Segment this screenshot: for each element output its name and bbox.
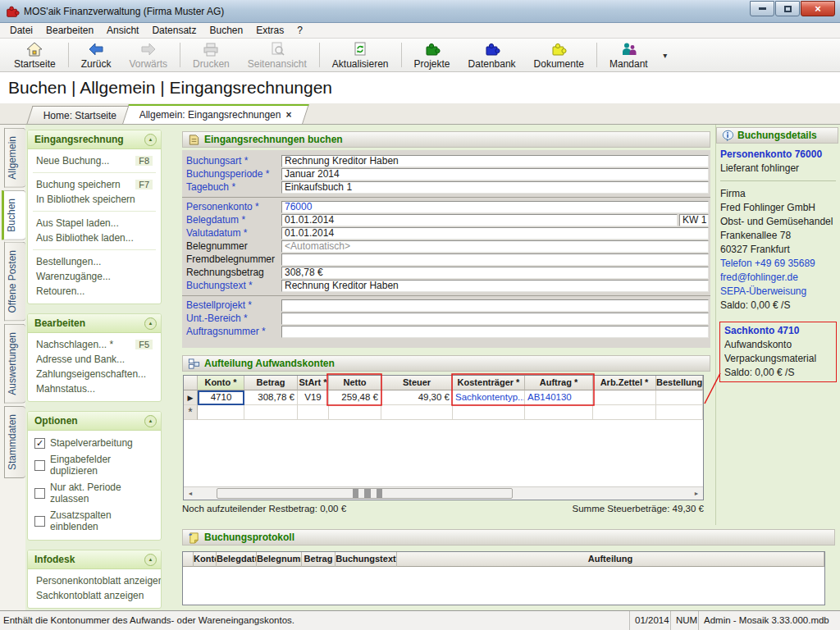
mandant-dropdown-button[interactable]: ▾: [657, 40, 673, 70]
checkbox-nur-akt-periode[interactable]: ✓ Nur akt. Periode zulassen: [28, 479, 161, 507]
cell-kostentraeger[interactable]: Sachkontentyp...: [453, 390, 525, 405]
startseite-button[interactable]: Startseite: [5, 40, 65, 70]
telefon-link[interactable]: Telefon +49 69 35689: [720, 257, 836, 271]
checkbox-eingabefelder-duplizieren[interactable]: ✓ Eingabefelder duplizieren: [28, 451, 161, 479]
tab-home-startseite[interactable]: Home: Startseite: [26, 106, 134, 124]
menu-extras[interactable]: Extras: [249, 23, 290, 39]
col-header-bestellung[interactable]: Bestellung: [656, 376, 703, 390]
col-header-konto[interactable]: Konto *: [198, 376, 244, 390]
vtab-stammdaten[interactable]: Stammdaten: [4, 406, 25, 478]
row-selector[interactable]: ▶: [184, 390, 198, 405]
col-header-auftrag[interactable]: Auftrag *: [525, 376, 593, 390]
col-header-steuer[interactable]: Steuer: [381, 376, 453, 390]
belegdatum-input[interactable]: 01.01.2014: [281, 214, 678, 226]
new-row-selector[interactable]: *: [184, 405, 198, 420]
valutadatum-label[interactable]: Valutadatum *: [186, 227, 281, 239]
buchungsperiode-input[interactable]: Januar 2014: [281, 168, 709, 180]
empty-cell[interactable]: [525, 405, 593, 420]
empty-cell[interactable]: [593, 405, 656, 420]
sidebar-item-bestellungen[interactable]: Bestellungen...: [28, 254, 161, 269]
cell-betrag[interactable]: 308,78 €: [244, 390, 298, 405]
aktualisieren-button[interactable]: Aktualisieren: [323, 40, 398, 70]
checkbox-zusatzspalten[interactable]: ✓ Zusatzspalten einblenden: [28, 507, 161, 535]
cell-arbzettel[interactable]: [593, 390, 656, 405]
buchungstext-input[interactable]: Rechnung Kreditor Haben: [281, 280, 709, 292]
maximize-button[interactable]: [775, 1, 800, 16]
sidebar-item-mahnstatus[interactable]: Mahnstatus...: [28, 381, 161, 396]
bestellprojekt-input[interactable]: [281, 299, 709, 312]
col-header-belegnummer[interactable]: Belegnummer: [257, 552, 302, 567]
tab-allgemein-eingangsrechnungen[interactable]: Allgemein: Eingangsrechnungen ×: [122, 104, 309, 124]
projekte-button[interactable]: Projekte: [405, 40, 459, 70]
scrollbar-track[interactable]: [197, 487, 690, 500]
bestellprojekt-label[interactable]: Bestellprojekt *: [186, 299, 281, 311]
rechnungsbetrag-input[interactable]: 308,78 €: [281, 267, 709, 279]
empty-cell[interactable]: [656, 405, 703, 420]
empty-cell[interactable]: [329, 405, 381, 420]
dokumente-button[interactable]: Dokumente: [525, 40, 593, 70]
cell-netto[interactable]: 259,48 €: [329, 390, 381, 405]
sidebar-item-buchung-speichern[interactable]: Buchung speichernF7: [28, 177, 161, 192]
empty-cell[interactable]: [453, 405, 525, 420]
personenkonto-input[interactable]: 76000: [281, 201, 709, 213]
mandant-button[interactable]: Mandant: [600, 40, 657, 70]
cell-auftrag[interactable]: AB140130: [525, 390, 593, 405]
auftragsnummer-input[interactable]: [281, 326, 709, 338]
email-link[interactable]: fred@fohlinger.de: [720, 271, 836, 285]
col-header-belegdatum[interactable]: Belegdatum: [217, 552, 257, 567]
scroll-right-icon[interactable]: ►: [690, 491, 703, 496]
sidebar-item-sachkontoblatt[interactable]: Sachkontoblatt anzeigen: [28, 588, 161, 603]
belegnummer-input[interactable]: <Automatisch>: [281, 240, 709, 253]
unt-bereich-label[interactable]: Unt.-Bereich *: [186, 313, 281, 324]
col-header-buchungstext[interactable]: Buchungstext: [336, 552, 397, 567]
menu-bearbeiten[interactable]: Bearbeiten: [39, 23, 100, 39]
vtab-buchen[interactable]: Buchen: [2, 190, 25, 240]
col-header-betrag[interactable]: Betrag: [302, 552, 336, 567]
sidebar-item-in-bibliothek-speichern[interactable]: In Bibliothek speichern: [28, 192, 161, 207]
collapse-icon[interactable]: ▲: [144, 134, 157, 146]
empty-cell[interactable]: [198, 405, 244, 420]
menu-buchen[interactable]: Buchen: [203, 23, 249, 39]
buchungsart-input[interactable]: Rechnung Kreditor Haben: [281, 155, 709, 167]
minimize-button[interactable]: [750, 1, 774, 16]
sidebar-item-aus-bibliothek-laden[interactable]: Aus Bibliothek laden...: [28, 231, 161, 245]
menu-ansicht[interactable]: Ansicht: [100, 23, 145, 39]
drucken-button[interactable]: Drucken: [184, 40, 239, 70]
cell-start[interactable]: V19: [298, 390, 329, 405]
collapse-icon[interactable]: ▲: [144, 317, 157, 330]
close-tab-icon[interactable]: ×: [286, 109, 292, 121]
belegdatum-label[interactable]: Belegdatum *: [186, 214, 281, 226]
col-header-betrag[interactable]: Betrag: [244, 376, 298, 390]
col-header-kostentraeger[interactable]: Kostenträger *: [453, 376, 525, 390]
sidebar-item-warenzugaenge[interactable]: Warenzugänge...: [28, 269, 161, 284]
buchungstext-label[interactable]: Buchungstext *: [186, 280, 281, 291]
buchungsperiode-label[interactable]: Buchungsperiode *: [186, 168, 281, 180]
col-header-konto[interactable]: Konto: [194, 552, 217, 567]
col-header-netto[interactable]: Netto: [329, 376, 381, 390]
unt-bereich-input[interactable]: [281, 313, 709, 325]
col-header-arbzettel[interactable]: Arb.Zettel *: [593, 376, 656, 390]
horizontal-scrollbar[interactable]: ◄ ►: [184, 486, 703, 500]
empty-cell[interactable]: [298, 405, 329, 420]
empty-cell[interactable]: [244, 405, 298, 420]
sidebar-item-aus-stapel-laden[interactable]: Aus Stapel laden...: [28, 216, 161, 231]
sidebar-item-retouren[interactable]: Retouren...: [28, 284, 161, 299]
vorwaerts-button[interactable]: Vorwärts: [120, 40, 176, 70]
tagebuch-input[interactable]: Einkaufsbuch 1: [281, 181, 709, 194]
seitenansicht-button[interactable]: Seitenansicht: [239, 40, 316, 70]
sidebar-item-personenkontoblatt[interactable]: Personenkontoblatt anzeigen: [28, 573, 161, 588]
empty-cell[interactable]: [381, 405, 453, 420]
col-header-aufteilung[interactable]: Aufteilung: [397, 552, 824, 567]
collapse-icon[interactable]: ▲: [144, 415, 157, 427]
fremdbelegnummer-input[interactable]: [281, 253, 709, 266]
sidebar-item-neue-buchung[interactable]: Neue Buchung...F8: [28, 153, 161, 168]
valutadatum-input[interactable]: 01.01.2014: [281, 227, 709, 240]
scroll-left-icon[interactable]: ◄: [184, 491, 197, 496]
menu-datei[interactable]: Datei: [3, 23, 39, 39]
personenkonto-label[interactable]: Personenkonto *: [186, 201, 281, 212]
checkbox-stapelverarbeitung[interactable]: ✓ Stapelverarbeitung: [28, 435, 161, 451]
vtab-allgemein[interactable]: Allgemein: [4, 128, 25, 188]
sachkonto-link[interactable]: Sachkonto 4710: [724, 324, 832, 338]
personenkonto-link[interactable]: Personenkonto 76000: [720, 148, 836, 162]
datenbank-button[interactable]: Datenbank: [459, 40, 525, 70]
